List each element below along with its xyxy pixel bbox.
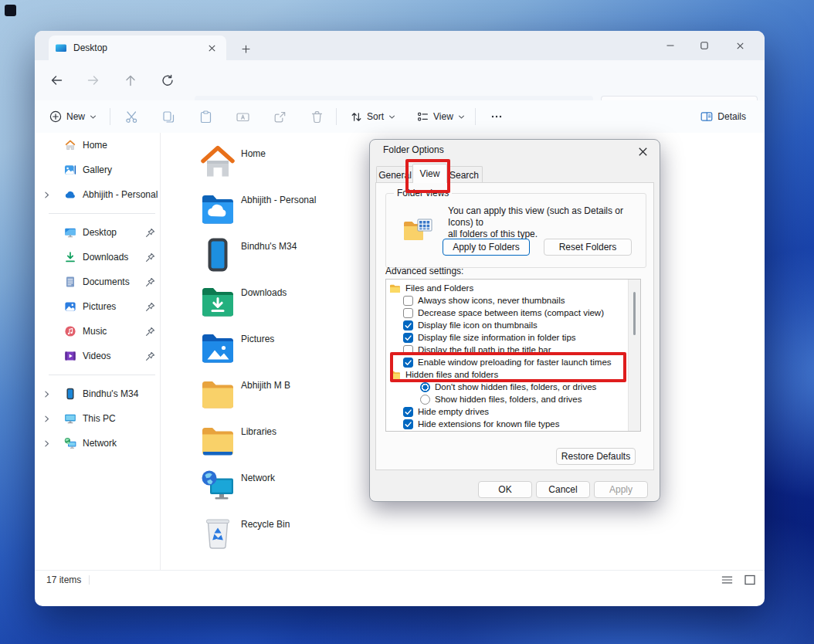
pin-icon (144, 276, 156, 288)
advanced-setting-always-show-icons-never-thumbnails[interactable]: Always show icons, never thumbnails (386, 294, 640, 307)
advanced-setting-label: Enable window preloading for faster laun… (418, 358, 612, 367)
checkbox-checked-icon[interactable] (403, 333, 413, 343)
downloads-small-icon (64, 251, 76, 263)
advanced-setting-display-the-full-path-in-the-title-bar[interactable]: Display the full path in the title bar (386, 344, 640, 356)
share-button[interactable] (268, 106, 292, 127)
toolbar-divider (110, 108, 110, 125)
checkbox-unchecked-icon[interactable] (403, 296, 413, 306)
checkbox-checked-icon[interactable] (403, 407, 413, 417)
chevron-right-icon[interactable] (41, 414, 52, 424)
explorer-tab-desktop[interactable]: Desktop (49, 36, 226, 60)
advanced-setting-enable-window-preloading-for-faster-launch-times[interactable]: Enable window preloading for faster laun… (386, 356, 640, 368)
phone-large-icon (199, 235, 236, 275)
radio-selected-icon[interactable] (420, 382, 430, 392)
new-tab-button[interactable] (237, 40, 254, 57)
scrollbar-track[interactable] (628, 280, 640, 431)
dialog-close-icon[interactable] (633, 142, 652, 161)
scrollbar-thumb[interactable] (633, 292, 636, 335)
advanced-setting-decrease-space-between-items-compact-view[interactable]: Decrease space between items (compact vi… (386, 307, 640, 319)
checkbox-checked-icon[interactable] (403, 419, 413, 429)
folder-small-icon (389, 283, 401, 293)
documents-small-icon (64, 276, 76, 288)
advanced-setting-show-hidden-files-folders-and-drives[interactable]: Show hidden files, folders, and drives (386, 393, 640, 405)
sidebar-item-gallery[interactable]: Gallery (35, 158, 160, 182)
advanced-setting-hide-empty-drives[interactable]: Hide empty drives (386, 405, 640, 418)
up-button[interactable] (120, 70, 141, 90)
advanced-setting-display-file-icon-on-thumbnails[interactable]: Display file icon on thumbnails (386, 319, 640, 331)
file-item-label: Bindhu's M34 (241, 241, 297, 252)
file-item-label: Abhijith M B (241, 380, 290, 391)
file-item-label: Home (241, 148, 266, 159)
sidebar-item-documents[interactable]: Documents (35, 269, 160, 294)
view-button[interactable]: View (412, 106, 470, 127)
advanced-setting-files-and-folders[interactable]: Files and Folders (386, 282, 640, 294)
back-button[interactable] (46, 70, 66, 90)
cut-button[interactable] (120, 106, 144, 127)
delete-button[interactable] (305, 106, 329, 127)
checkbox-unchecked-icon[interactable] (403, 345, 413, 355)
file-item-bindhu-s-m34[interactable]: Bindhu's M34 (199, 235, 236, 275)
sidebar-item-label: Network (83, 438, 117, 449)
folder-views-group: Folder views You can apply this view (su… (385, 193, 646, 268)
details-pane-button[interactable]: Details (695, 106, 751, 127)
advanced-settings-list[interactable]: Files and FoldersAlways show icons, neve… (385, 279, 641, 432)
file-item-downloads[interactable]: Downloads (199, 281, 236, 321)
sidebar-item-this-pc[interactable]: This PC (35, 406, 160, 431)
tab-close-icon[interactable] (203, 39, 220, 56)
sidebar-item-music[interactable]: Music (35, 319, 160, 344)
file-item-abhijith-m-b[interactable]: Abhijith M B (199, 374, 236, 414)
minimize-button[interactable] (653, 34, 687, 57)
copy-button[interactable] (157, 106, 181, 127)
file-item-recycle-bin[interactable]: Recycle Bin (199, 513, 236, 553)
sidebar-item-downloads[interactable]: Downloads (35, 245, 160, 269)
paste-button[interactable] (194, 106, 218, 127)
sidebar-item-network[interactable]: Network (35, 431, 160, 456)
sidebar-item-pictures[interactable]: Pictures (35, 294, 160, 319)
sidebar-item-home[interactable]: Home (35, 133, 160, 158)
radio-unselected-icon[interactable] (420, 395, 430, 405)
advanced-setting-hide-extensions-for-known-file-types[interactable]: Hide extensions for known file types (386, 418, 640, 430)
sort-button[interactable]: Sort (345, 106, 401, 127)
file-item-pictures[interactable]: Pictures (199, 327, 236, 368)
reset-folders-button[interactable]: Reset Folders (544, 239, 632, 256)
music-small-icon (64, 325, 76, 337)
file-item-libraries[interactable]: Libraries (199, 420, 236, 460)
new-button[interactable]: New (44, 106, 102, 127)
rename-button[interactable] (231, 106, 255, 127)
cancel-button[interactable]: Cancel (536, 481, 590, 498)
file-item-home[interactable]: Home (199, 142, 236, 182)
dialog-tab-general[interactable]: General (376, 166, 414, 183)
advanced-setting-display-file-size-information-in-folder-tips[interactable]: Display file size information in folder … (386, 331, 640, 344)
more-options-button[interactable] (486, 106, 507, 127)
sidebar-item-bindhu-s-m34[interactable]: Bindhu's M34 (35, 381, 160, 406)
sidebar-item-abhijith-personal[interactable]: Abhijith - Personal (35, 182, 160, 207)
chevron-right-icon[interactable] (41, 190, 52, 200)
maximize-button[interactable] (687, 34, 721, 57)
checkbox-unchecked-icon[interactable] (403, 308, 413, 318)
file-item-abhijith-personal[interactable]: Abhijith - Personal (199, 188, 236, 229)
dialog-tab-search[interactable]: Search (446, 166, 483, 183)
file-item-label: Recycle Bin (241, 519, 290, 530)
chevron-right-icon[interactable] (41, 389, 52, 399)
restore-defaults-button[interactable]: Restore Defaults (556, 448, 636, 465)
advanced-setting-hidden-files-and-folders[interactable]: Hidden files and folders (386, 368, 640, 381)
apply-to-folders-button[interactable]: Apply to Folders (443, 239, 530, 256)
chevron-right-icon[interactable] (41, 439, 52, 449)
thispc-small-icon (64, 412, 76, 425)
checkbox-checked-icon[interactable] (403, 358, 413, 368)
ok-button[interactable]: OK (478, 481, 532, 498)
large-icons-view-icon[interactable] (741, 573, 758, 587)
close-button[interactable] (723, 34, 757, 57)
refresh-button[interactable] (158, 70, 178, 90)
view-tab-panel: Folder views You can apply this view (su… (375, 182, 654, 470)
sidebar-item-desktop[interactable]: Desktop (35, 220, 160, 245)
pictures-small-icon (64, 300, 76, 313)
list-view-icon[interactable] (718, 573, 735, 587)
advanced-setting-don-t-show-hidden-files-folders-or-drives[interactable]: Don't show hidden files, folders, or dri… (386, 381, 640, 393)
forward-button (83, 70, 103, 90)
file-item-network[interactable]: Network (199, 466, 236, 507)
dialog-tab-view[interactable]: View (412, 164, 447, 183)
checkbox-checked-icon[interactable] (403, 320, 413, 330)
sidebar-item-videos[interactable]: Videos (35, 344, 160, 368)
plus-circle-icon (49, 110, 63, 124)
